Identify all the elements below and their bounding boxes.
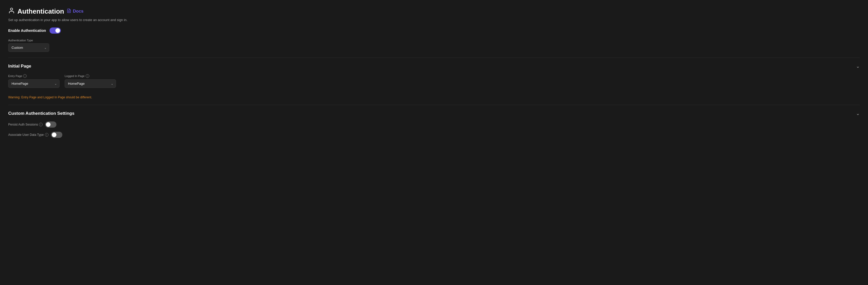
auth-type-select[interactable]: Custom Firebase Auth0 JWT: [8, 44, 49, 52]
initial-page-collapse-icon[interactable]: ⌄: [856, 63, 860, 69]
custom-auth-section-header: Custom Authentication Settings ⌄: [8, 111, 860, 116]
entry-page-label: Entry Page i: [8, 74, 60, 78]
associate-user-toggle[interactable]: [51, 132, 62, 138]
entry-page-group: Entry Page i HomePage LoginPage LandingP…: [8, 74, 60, 88]
persist-auth-toggle-slider: [45, 121, 56, 127]
warning-text: Warning: Entry Page and Logged In Page s…: [8, 95, 860, 99]
user-icon: [8, 7, 15, 16]
logged-in-page-info-icon[interactable]: i: [86, 74, 89, 78]
subtitle: Set up authentication in your app to all…: [8, 18, 860, 22]
entry-page-select-wrapper: HomePage LoginPage LandingPage ⌄: [8, 79, 60, 88]
docs-doc-icon: [67, 8, 71, 15]
associate-user-toggle-slider: [51, 132, 62, 138]
associate-user-row: Associate User Data Type i: [8, 132, 860, 138]
enable-auth-label: Enable Authentication: [8, 28, 46, 33]
logged-in-page-group: Logged In Page i HomePage Dashboard Prof…: [65, 74, 116, 88]
entry-page-select[interactable]: HomePage LoginPage LandingPage: [8, 79, 60, 88]
associate-user-info-icon[interactable]: i: [45, 133, 49, 137]
persist-auth-row: Persist Auth Sessions i: [8, 121, 860, 127]
page-title: Authentication: [18, 7, 64, 16]
persist-auth-toggle[interactable]: [45, 121, 56, 127]
enable-auth-row: Enable Authentication: [8, 27, 860, 34]
docs-label[interactable]: Docs: [73, 9, 84, 14]
persist-auth-info-icon[interactable]: i: [39, 123, 42, 126]
enable-auth-toggle[interactable]: [50, 27, 61, 34]
initial-page-section-header: Initial Page ⌄: [8, 63, 860, 69]
logged-in-page-label: Logged In Page i: [65, 74, 116, 78]
auth-type-select-wrapper: Custom Firebase Auth0 JWT ⌄: [8, 44, 49, 52]
page-header: Authentication Docs: [8, 7, 860, 16]
page-selects-row: Entry Page i HomePage LoginPage LandingP…: [8, 74, 860, 92]
logged-in-page-select-wrapper: HomePage Dashboard Profile ⌄: [65, 79, 116, 88]
custom-auth-collapse-icon[interactable]: ⌄: [856, 111, 860, 116]
toggle-slider-on: [50, 27, 61, 34]
docs-link[interactable]: Docs: [67, 8, 84, 15]
auth-type-group: Authentication Type Custom Firebase Auth…: [8, 39, 860, 52]
associate-user-label: Associate User Data Type i: [8, 133, 49, 137]
entry-page-info-icon[interactable]: i: [23, 74, 27, 78]
logged-in-page-select[interactable]: HomePage Dashboard Profile: [65, 79, 116, 88]
auth-type-label: Authentication Type: [8, 39, 860, 42]
custom-auth-title: Custom Authentication Settings: [8, 111, 74, 116]
initial-page-title: Initial Page: [8, 64, 31, 69]
svg-point-0: [10, 8, 13, 10]
persist-auth-label: Persist Auth Sessions i: [8, 123, 42, 126]
